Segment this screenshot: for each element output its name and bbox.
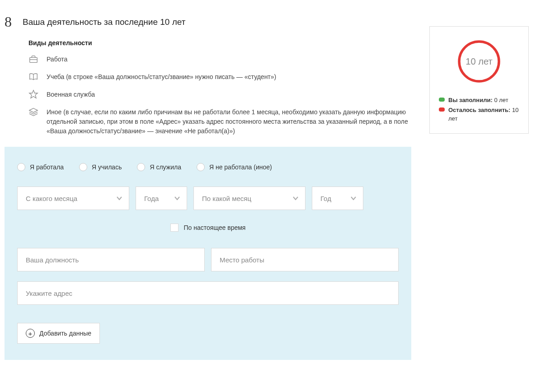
from-year-label: Года — [144, 195, 159, 202]
briefcase-icon — [28, 54, 38, 64]
activity-other: Иное (в случае, если по каким либо причи… — [28, 107, 411, 136]
chevron-down-icon — [116, 195, 122, 201]
activity-work-label: Работа — [47, 55, 67, 64]
radio-served-label: Я служила — [150, 163, 181, 171]
radio-circle-icon — [79, 163, 87, 171]
radio-circle-icon — [17, 163, 25, 171]
radio-worked[interactable]: Я работала — [17, 163, 64, 171]
plus-circle-icon: + — [26, 329, 35, 338]
activity-study-label: Учеба (в строке «Ваша должность/статус/з… — [47, 72, 276, 82]
from-year-select[interactable]: Года — [136, 187, 187, 210]
star-icon — [28, 89, 38, 99]
legend-remaining: Осталось заполнить: 10 лет — [439, 106, 519, 123]
from-month-label: С какого месяца — [26, 195, 77, 202]
layers-icon — [28, 107, 38, 117]
ring-label: 10 лет — [465, 56, 493, 66]
svg-rect-0 — [30, 57, 38, 62]
from-month-select[interactable]: С какого месяца — [17, 187, 129, 210]
legend-filled-value: 0 лет — [494, 97, 508, 103]
svg-marker-4 — [29, 108, 38, 112]
address-input[interactable] — [17, 281, 399, 305]
add-data-button[interactable]: + Добавить данные — [17, 323, 100, 344]
dot-green-icon — [439, 98, 445, 102]
svg-marker-3 — [29, 90, 38, 98]
to-month-label: По какой месяц — [202, 195, 251, 202]
activity-work: Работа — [28, 55, 411, 64]
activity-type-list: Работа Учеба (в строке «Ваша должность/с… — [28, 55, 411, 136]
activity-military: Военная служба — [28, 90, 411, 99]
to-year-label: Год — [320, 195, 331, 202]
radio-studied[interactable]: Я училась — [79, 163, 122, 171]
radio-none[interactable]: Я не работала (иное) — [197, 163, 272, 171]
activity-type-radios: Я работала Я училась Я служила Я не рабо… — [17, 163, 399, 171]
radio-worked-label: Я работала — [30, 163, 64, 171]
to-year-select[interactable]: Год — [312, 187, 363, 210]
activity-study: Учеба (в строке «Ваша должность/статус/з… — [28, 72, 411, 82]
radio-circle-icon — [137, 163, 145, 171]
activity-military-label: Военная служба — [47, 90, 95, 99]
step-number: 8 — [5, 14, 12, 30]
radio-served[interactable]: Я служила — [137, 163, 181, 171]
present-checkbox[interactable] — [170, 224, 179, 232]
present-checkbox-label: По настоящее время — [184, 224, 246, 231]
progress-ring: 10 лет — [454, 37, 504, 86]
radio-none-label: Я не работала (иное) — [209, 163, 272, 171]
position-input[interactable] — [17, 248, 205, 271]
progress-card: 10 лет Вы заполнили: 0 лет Осталось запо… — [429, 26, 529, 134]
activities-subtitle: Виды деятельности — [28, 39, 411, 47]
legend-filled-label: Вы заполнили: — [448, 97, 493, 103]
book-icon — [28, 72, 38, 82]
chevron-down-icon — [350, 195, 357, 201]
add-data-label: Добавить данные — [39, 330, 91, 337]
workplace-input[interactable] — [211, 248, 399, 271]
section-title: Ваша деятельность за последние 10 лет — [23, 17, 185, 27]
activity-other-label: Иное (в случае, если по каким либо причи… — [47, 107, 411, 136]
to-month-select[interactable]: По какой месяц — [193, 187, 306, 210]
radio-circle-icon — [197, 163, 205, 171]
chevron-down-icon — [292, 195, 299, 201]
date-range-row: С какого месяца Года По какой месяц Год — [17, 187, 399, 210]
activity-form: Я работала Я училась Я служила Я не рабо… — [5, 147, 411, 360]
dot-red-icon — [439, 107, 445, 112]
legend-remaining-label: Осталось заполнить: — [448, 107, 510, 113]
radio-studied-label: Я училась — [92, 163, 122, 171]
chevron-down-icon — [174, 195, 180, 201]
legend-filled: Вы заполнили: 0 лет — [439, 96, 519, 105]
